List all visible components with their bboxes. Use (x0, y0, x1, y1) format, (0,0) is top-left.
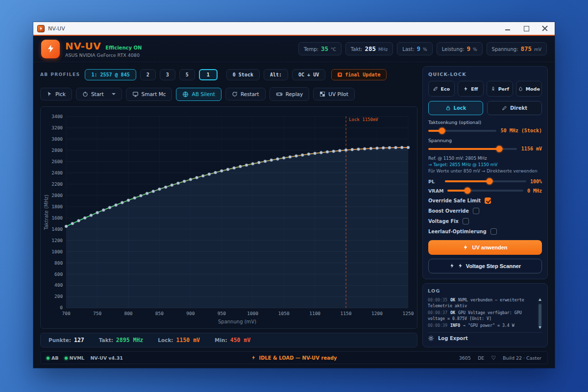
vram-slider-thumb[interactable] (464, 188, 470, 194)
svg-text:800: 800 (54, 260, 63, 266)
direct-mode-button[interactable]: Direkt (487, 101, 542, 115)
apply-uv-button[interactable]: UV anwenden (428, 240, 542, 255)
log-body[interactable]: 00:00:35OKNVML verbunden — erweiterte Te… (428, 297, 542, 330)
close-button[interactable] (542, 25, 548, 31)
boost-override-checkbox[interactable] (473, 208, 479, 214)
voltage-fix-checkbox[interactable] (463, 218, 469, 224)
profiles-label: AB PROFILES (40, 72, 80, 77)
taktsenkung-slider[interactable] (428, 130, 496, 132)
svg-text:900: 900 (186, 311, 195, 316)
maximize-button[interactable] (523, 25, 529, 31)
toolbar: Pick Start Smart Mc AB Silent (40, 86, 417, 102)
stat-clock: Takt: 285 MHz (345, 42, 393, 55)
minimize-button[interactable] (505, 25, 511, 31)
ab-silent-button[interactable]: AB Silent (176, 88, 221, 101)
voltage-step-scanner-button[interactable]: Voltage Step Scanner (428, 259, 542, 273)
preset-eff-button[interactable]: Eff (458, 81, 484, 97)
pl-value: 100% (530, 179, 542, 184)
status-language[interactable]: DE (478, 355, 484, 361)
svg-text:2800: 2800 (51, 147, 63, 153)
svg-text:200: 200 (54, 294, 63, 299)
spannung-slider[interactable] (428, 148, 517, 150)
preset-mode-button[interactable]: Mode (516, 81, 542, 97)
taktsenkung-label: Taktsenkung (optional) (428, 120, 542, 125)
profile-tab-1[interactable]: 1: 2557 @ 845 (85, 69, 136, 80)
green-dot-icon (65, 357, 68, 360)
reference-info: Ref. @ 1150 mV: 2805 MHz → Target: 2855 … (428, 155, 542, 175)
scroll-up-icon[interactable] (539, 298, 541, 301)
preset-perf-button[interactable]: Perf (487, 81, 513, 97)
profile-tab-2[interactable]: 2 (140, 69, 156, 80)
replay-button[interactable]: Replay (270, 87, 310, 101)
boost-override-row[interactable]: Boost Override (428, 208, 542, 214)
svg-text:1000: 1000 (247, 311, 258, 316)
uv-pilot-button[interactable]: UV Pilot (313, 88, 355, 100)
log-entry: 00:00:39INFO→ "GPU power" = 3.4 W (428, 322, 536, 328)
app-header: NV-UV Efficiency ON ASUS NVIDIA GeForce … (33, 36, 555, 62)
override-safe-limit-row[interactable]: Override Safe Limit (428, 197, 542, 204)
ref-line: Ref. @ 1150 mV: 2805 MHz (428, 155, 542, 162)
svg-text:1100: 1100 (309, 311, 320, 316)
svg-text:Lock 1150mV: Lock 1150mV (349, 117, 378, 122)
app-icon-small (37, 25, 45, 32)
svg-text:1200: 1200 (371, 311, 383, 316)
taktsenkung-slider-thumb[interactable] (439, 127, 445, 134)
scroll-down-icon[interactable] (539, 326, 541, 329)
scrollbar-thumb[interactable] (539, 304, 541, 326)
leaf-icon (433, 86, 438, 92)
statusbar: AB NVML NV-UV v4.31 IDLE & LOAD — NV-UV … (40, 351, 548, 364)
svg-text:3000: 3000 (51, 136, 63, 142)
drop-icon (518, 86, 523, 92)
profile-tab-3[interactable]: 3 (160, 69, 175, 80)
smart-mc-button[interactable]: Smart Mc (126, 88, 172, 101)
telemetry-stats: Temp: 35 °C Takt: 285 MHz Last: 9 % Leis… (298, 42, 547, 55)
heart-icon[interactable]: ♡ (491, 355, 496, 361)
info-lock: Lock: 1150 mV (158, 337, 200, 343)
spannung-slider-thumb[interactable] (496, 146, 502, 152)
leerlauf-checkbox[interactable] (490, 228, 497, 235)
profile-tab-highlight[interactable]: 1 (199, 69, 218, 80)
bolt-icon (463, 245, 468, 250)
log-export-button[interactable]: Log Export (428, 332, 542, 344)
lock-mode-button[interactable]: Lock (428, 101, 483, 115)
start-dropdown[interactable]: Start (76, 88, 122, 100)
log-scrollbar[interactable] (538, 297, 542, 330)
voltage-fix-row[interactable]: Voltage Fix (428, 218, 542, 224)
status-ab: AB (47, 355, 59, 361)
monitor-icon (132, 91, 139, 98)
leerlauf-row[interactable]: Leerlauf-Optimierung (428, 228, 542, 235)
green-dot-icon (47, 357, 49, 360)
preset-eco-button[interactable]: Eco (428, 81, 455, 97)
stat-power: Leistung: 9 % (437, 42, 483, 55)
pick-button[interactable]: Pick (40, 88, 72, 100)
update-alert-chip[interactable]: final Update (331, 69, 387, 80)
svg-text:1000: 1000 (51, 249, 63, 254)
pl-slider[interactable] (445, 180, 526, 182)
vram-label: VRAM (428, 188, 443, 194)
profile-alt[interactable]: Alt: (264, 69, 288, 80)
bolt-icon (39, 26, 43, 31)
svg-text:1800: 1800 (51, 204, 63, 209)
info-min: Min: 450 mV (215, 337, 250, 343)
svg-text:950: 950 (218, 311, 226, 316)
restart-button[interactable]: Restart (225, 88, 266, 100)
profile-stock[interactable]: 0 Stock (226, 69, 260, 80)
pl-slider-thumb[interactable] (487, 178, 493, 185)
svg-text:0: 0 (60, 305, 63, 311)
profiles-bar: AB PROFILES 1: 2557 @ 845 2 3 5 1 0 Stoc… (40, 66, 417, 83)
quick-lock-title: QUICK-LOCK (428, 72, 542, 77)
app-name: NV-UV (65, 40, 101, 52)
curve-infobar: Punkte: 127 Takt: 2895 MHz Lock: 1150 mV… (40, 333, 417, 347)
uv-curve-chart[interactable]: 7007508008509009501000105011001150120012… (43, 109, 415, 326)
svg-text:800: 800 (124, 311, 133, 316)
profile-tab-5[interactable]: 5 (179, 69, 195, 80)
taktsenkung-value: 50 MHz (Stock) (501, 128, 542, 133)
target-line: → Target: 2855 MHz @ 1150 mV (428, 162, 542, 168)
vram-slider[interactable] (447, 190, 523, 192)
svg-text:850: 850 (155, 311, 164, 316)
svg-text:2000: 2000 (51, 193, 63, 198)
log-entry: 00:00:39INFO→ "Power limit" = 8.5 (428, 329, 536, 330)
override-safe-limit-checkbox[interactable] (485, 197, 491, 204)
bolt-icon (449, 263, 455, 269)
profile-ocuv[interactable]: OC + UV (292, 69, 325, 80)
